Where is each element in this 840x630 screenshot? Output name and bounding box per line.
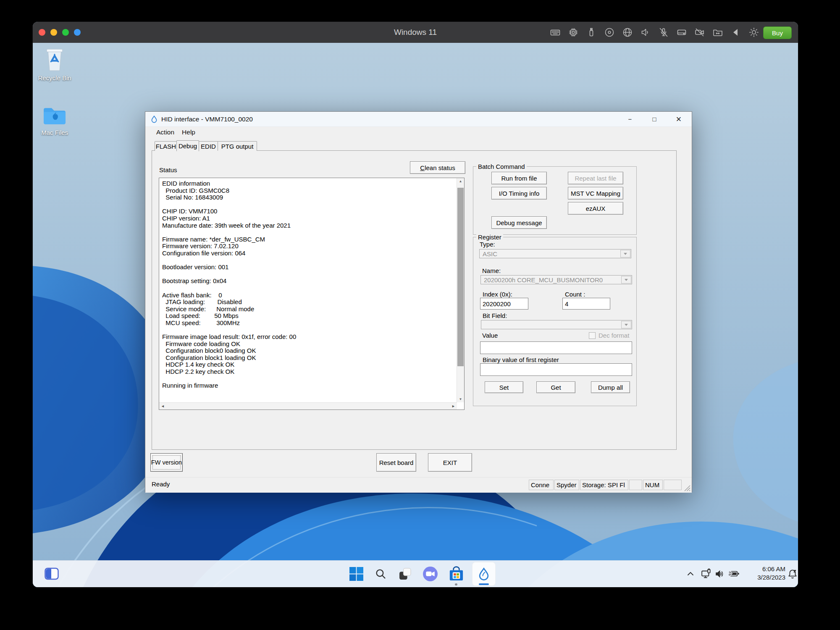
battery-charging-icon[interactable] — [727, 564, 741, 583]
vertical-scrollbar-thumb[interactable] — [457, 188, 464, 366]
widgets-icon[interactable] — [42, 564, 61, 583]
app-menubar: Action Help — [145, 126, 692, 138]
horizontal-scrollbar[interactable]: ◄ ► — [159, 402, 457, 410]
clean-status-button[interactable]: Clean status — [410, 161, 465, 174]
statusbar-cell-empty — [629, 480, 642, 490]
dump-all-button[interactable]: Dump all — [591, 381, 630, 393]
debug-message-button[interactable]: Debug message — [491, 216, 547, 229]
combo-dropdown-icon — [621, 276, 631, 284]
recycle-bin-icon — [45, 47, 64, 71]
windows-taskbar: 6:06 AM 3/28/2023 — [33, 560, 798, 587]
vm-titlebar: Windows 11 Buy — [33, 22, 798, 43]
buy-button[interactable]: Buy — [763, 26, 792, 39]
io-timing-info-button[interactable]: I/O Timing info — [491, 187, 547, 200]
statusbar-cell-storage: Storage: SPI Fl — [580, 480, 628, 490]
app-titlebar[interactable]: HID interface - VMM7100_0020 − □ × — [145, 112, 692, 127]
network-icon[interactable] — [622, 27, 633, 38]
screenshot-root: Windows 11 Buy — [0, 0, 840, 630]
processor-icon[interactable] — [568, 27, 579, 38]
camera-off-icon[interactable] — [694, 27, 705, 38]
task-view-icon[interactable] — [396, 564, 414, 583]
microphone-muted-icon[interactable] — [658, 27, 669, 38]
statusbar-cell-device: Spyder — [554, 480, 579, 490]
get-button[interactable]: Get — [536, 381, 575, 393]
desktop-icon-label: Recycle Bin — [34, 74, 75, 81]
reset-board-button[interactable]: Reset board — [376, 453, 416, 472]
resize-grip[interactable] — [684, 485, 690, 491]
combo-dropdown-icon — [620, 250, 630, 257]
volume-icon[interactable] — [714, 564, 726, 583]
display-device-icon[interactable] — [700, 564, 713, 583]
search-icon[interactable] — [371, 564, 390, 583]
value-label: Value — [482, 332, 498, 339]
hidden-icons-chevron-icon[interactable] — [685, 564, 696, 583]
mst-vc-mapping-button[interactable]: MST VC Mapping — [568, 187, 623, 200]
chat-icon[interactable] — [421, 564, 439, 583]
maximize-button[interactable]: □ — [642, 112, 667, 126]
run-from-file-button[interactable]: Run from file — [491, 172, 547, 184]
settings-gear-icon[interactable] — [748, 27, 759, 38]
notifications-dnd-icon[interactable] — [786, 564, 798, 583]
back-icon[interactable] — [730, 27, 741, 38]
statusbar-cell-connection: Conne — [529, 480, 554, 490]
minimize-button[interactable]: − — [618, 112, 642, 126]
vm-device-toolbar — [550, 27, 759, 38]
menu-help[interactable]: Help — [182, 129, 195, 136]
clean-status-rest: lean status — [425, 164, 455, 171]
tray-date: 3/28/2023 — [745, 573, 785, 582]
sound-icon[interactable] — [640, 27, 651, 38]
dec-format-checkbox: Dec format — [589, 332, 629, 339]
shared-folders-icon[interactable] — [712, 27, 723, 38]
hid-interface-app-icon[interactable] — [472, 562, 496, 586]
keyboard-icon[interactable] — [550, 27, 561, 38]
tab-flash[interactable]: FLASH — [155, 141, 177, 151]
status-log-box[interactable]: EDID information Product ID: GSMC0C8 Ser… — [159, 178, 465, 410]
batch-command-group: Batch Command Run from file Repeat last … — [473, 166, 637, 235]
mac-files-folder-icon — [43, 106, 66, 126]
cd-dvd-icon[interactable] — [604, 27, 615, 38]
desktop-icon-recycle-bin[interactable]: Recycle Bin — [34, 47, 75, 81]
tab-edid[interactable]: EDID — [198, 141, 218, 151]
bit-field-combobox — [481, 320, 632, 329]
scroll-right-icon[interactable]: ► — [452, 404, 455, 408]
combo-dropdown-icon — [621, 321, 631, 328]
index-input[interactable] — [480, 298, 528, 310]
ezaux-button[interactable]: ezAUX — [568, 202, 623, 215]
fw-version-button[interactable]: FW version — [150, 453, 183, 472]
desktop-icon-mac-files[interactable]: Mac Files — [34, 106, 75, 136]
set-button[interactable]: Set — [485, 381, 523, 393]
app-statusbar: Ready Conne Spyder Storage: SPI Fl NUM — [145, 477, 692, 493]
tab-debug[interactable]: Debug — [176, 140, 199, 151]
menu-action[interactable]: Action — [156, 129, 174, 136]
name-value: 20200200h CORE_MCU_BUSMONITOR0 — [484, 276, 603, 284]
statusbar-cell-empty — [664, 480, 682, 490]
taskbar-clock[interactable]: 6:06 AM 3/28/2023 — [745, 565, 785, 582]
start-button-icon[interactable] — [347, 564, 365, 583]
register-title: Register — [476, 234, 503, 241]
name-combobox: 20200200h CORE_MCU_BUSMONITOR0 — [480, 275, 632, 284]
hard-disk-icon[interactable] — [676, 27, 687, 38]
repeat-last-file-button: Repeat last file — [568, 172, 623, 184]
window-controls: − □ × — [618, 112, 691, 126]
usb-device-icon[interactable] — [586, 27, 597, 38]
dec-format-label: Dec format — [598, 332, 629, 339]
exit-button[interactable]: EXIT — [428, 453, 472, 472]
vertical-scrollbar[interactable]: ▲ ▼ — [457, 178, 464, 402]
scroll-up-icon[interactable]: ▲ — [457, 179, 464, 183]
statusbar-ready: Ready — [152, 480, 170, 488]
binary-value-input[interactable] — [480, 363, 632, 376]
desktop-icon-label: Mac Files — [34, 129, 75, 136]
count-input[interactable] — [562, 298, 610, 310]
bit-field-label: Bit Field: — [483, 312, 507, 319]
clean-status-mnemonic: C — [420, 164, 425, 171]
active-app-indicator — [479, 583, 489, 585]
close-button[interactable]: × — [667, 112, 691, 126]
tab-ptg-output[interactable]: PTG output — [218, 141, 257, 151]
count-label: Count : — [565, 291, 585, 298]
type-label: Type: — [480, 241, 495, 248]
microsoft-store-icon[interactable] — [447, 564, 465, 583]
scroll-left-icon[interactable]: ◄ — [161, 404, 165, 408]
value-input[interactable] — [480, 341, 632, 354]
scroll-down-icon[interactable]: ▼ — [457, 397, 464, 401]
type-value: ASIC — [483, 250, 497, 257]
